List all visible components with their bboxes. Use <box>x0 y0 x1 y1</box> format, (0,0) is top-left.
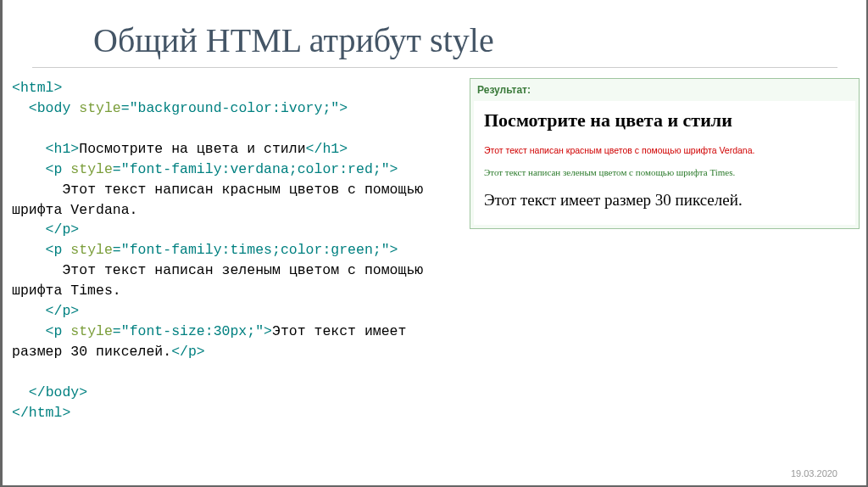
footer-date: 19.03.2020 <box>791 468 837 479</box>
code-text: Посмотрите на цвета и стили <box>79 141 305 157</box>
code-text: > <box>390 161 398 177</box>
content-row: <html> <body style="background-color:ivo… <box>0 78 868 423</box>
result-column: Результат: Посмотрите на цвета и стили Э… <box>461 78 860 423</box>
code-block: <html> <body style="background-color:ivo… <box>12 78 461 423</box>
code-text: < <box>12 80 20 96</box>
code-text: body <box>46 384 80 400</box>
code-text: p <box>54 242 63 258</box>
code-text: = <box>113 161 121 177</box>
code-text: > <box>264 323 272 339</box>
code-text: style <box>70 323 113 339</box>
code-text: = <box>121 100 130 116</box>
code-text: </ <box>12 303 62 319</box>
code-text: p <box>62 221 70 238</box>
code-text: Этот текст написан красным цветов с помо… <box>12 182 431 218</box>
result-paragraph-green: Этот текст написан зеленым цветом с помо… <box>484 167 845 177</box>
code-text: > <box>339 141 348 157</box>
slide-left-accent <box>0 0 3 487</box>
code-text: </ <box>12 405 29 421</box>
code-text: = <box>113 323 121 339</box>
code-text: style <box>79 100 121 116</box>
code-text: > <box>197 344 205 360</box>
code-text: < <box>12 100 37 116</box>
result-paragraph-large: Этот текст имеет размер 30 пикселей. <box>484 191 845 210</box>
title-underline <box>32 67 837 68</box>
code-text: </ <box>306 141 323 157</box>
code-text: > <box>54 80 63 96</box>
result-heading: Посмотрите на цвета и стили <box>484 109 845 132</box>
code-text <box>70 100 79 116</box>
code-text: = <box>113 242 121 258</box>
result-box: Результат: Посмотрите на цвета и стили Э… <box>470 78 860 229</box>
code-text: > <box>62 405 70 421</box>
code-text: html <box>29 405 63 421</box>
code-text: < <box>12 323 54 339</box>
code-text: h1 <box>54 141 71 157</box>
code-text: "font-family:verdana;color:red;" <box>121 161 390 177</box>
code-text: > <box>70 221 79 238</box>
slide-title: Общий HTML атрибут style <box>0 0 868 67</box>
code-text: > <box>79 384 87 400</box>
code-text: < <box>12 242 54 258</box>
code-text: < <box>12 141 54 157</box>
code-text: "font-size:30px;" <box>121 323 264 339</box>
code-text: h1 <box>322 141 339 157</box>
code-text: Этот текст написан зеленым цветом с помо… <box>12 262 431 299</box>
code-text: html <box>20 80 54 96</box>
code-text: "font-family:times;color:green;" <box>121 242 390 258</box>
code-text: "background-color:ivory;" <box>130 100 340 116</box>
code-text: p <box>54 323 63 339</box>
result-paragraph-red: Этот текст написан красным цветов с помо… <box>484 145 845 155</box>
code-text: > <box>390 242 398 258</box>
code-text: > <box>70 141 79 157</box>
code-text: body <box>37 100 71 116</box>
code-text <box>62 323 70 339</box>
code-text: </ <box>171 344 188 360</box>
code-text: p <box>62 303 70 319</box>
result-preview: Посмотрите на цвета и стили Этот текст н… <box>474 101 855 225</box>
code-text: < <box>12 161 54 177</box>
code-text: style <box>70 242 113 258</box>
code-text <box>62 161 70 177</box>
code-text: </ <box>12 221 62 238</box>
code-text: p <box>54 161 63 177</box>
code-text: p <box>188 344 197 360</box>
code-text: > <box>339 100 348 116</box>
result-label: Результат: <box>470 79 859 101</box>
code-text: style <box>70 161 113 177</box>
code-text: > <box>70 303 79 319</box>
code-text <box>62 242 70 258</box>
code-text: </ <box>12 384 46 400</box>
